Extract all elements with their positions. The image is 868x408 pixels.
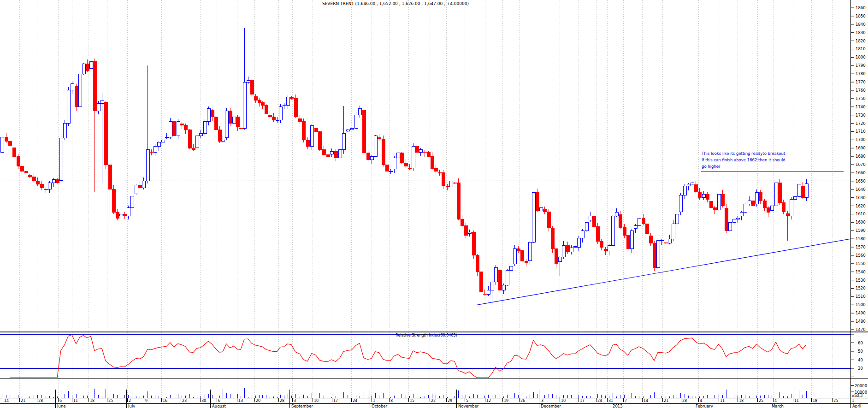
volume-bar [178,394,179,398]
candle-body [272,117,275,120]
candle-body [698,192,701,198]
candle-body [112,189,115,213]
candle-body [547,212,550,228]
month-label: July [128,404,135,408]
candle-body [247,80,250,82]
candle-body [446,186,449,187]
candle-body [611,216,614,245]
candle-body [184,125,187,130]
volume-bars-layer [2,384,807,398]
volume-bar [787,396,788,398]
price-tick-label: 1830 [856,30,866,35]
volume-bar [34,395,35,398]
candle-body [656,241,660,268]
candle-body [793,197,797,199]
candle-body [732,219,736,222]
volume-bar [511,396,512,398]
volume-bar [799,390,800,398]
week-tick-label: 14 [644,399,648,403]
candle-body [366,153,370,160]
price-tick-label: 1750 [856,96,866,101]
price-tick-label: 1560 [856,253,866,258]
volume-bar [650,395,651,398]
week-tick-label: 20 [256,399,260,403]
volume-bar [477,395,478,398]
candle-body [457,183,460,219]
week-tick-label: 25 [108,399,113,403]
candle-body [642,218,645,224]
candle-body [589,216,592,220]
candle-body [427,152,430,156]
candle-body [44,189,47,190]
volume-bar [259,395,260,398]
chart-title: SEVERN TRENT (1,646.00 , 1,652.00 , 1,62… [322,1,469,6]
candle-body [400,153,403,163]
volume-bar [500,394,501,398]
candle-body [127,207,130,216]
volume-bar [166,397,167,398]
candle-body [17,156,20,166]
candle-body [532,193,535,242]
volume-bar [719,394,720,398]
volume-bar [806,391,807,398]
annotation-line-3: go higher [702,164,720,169]
volume-bar [343,392,344,398]
candle-body [130,196,134,207]
rsi-tick-label: 40 [858,358,863,362]
volume-bar [680,393,681,398]
week-tick-label: 2 [129,399,131,403]
volume-bar [121,395,122,398]
week-tick-label: 18 [813,399,817,403]
candle-body [649,236,652,243]
price-tick-label: 1640 [856,187,866,192]
candle-body [165,137,168,138]
volume-bar [677,395,678,398]
candle-body [71,84,74,90]
candle-body [728,222,732,231]
week-tick-label: 16 [163,399,167,403]
candle-body [683,186,686,195]
week-tick-label: 9 [145,399,148,403]
volume-bar [643,396,644,398]
candle-body [555,249,558,264]
chart-surface[interactable]: 1421286111825291623306132028310172418152… [0,0,868,408]
volume-bar [764,395,765,398]
volume-bar [544,395,545,398]
rsi-tick-label: 30 [858,366,863,371]
candle-body [694,185,697,192]
volume-bar [537,394,538,398]
candle-body [254,96,257,100]
volume-bar [252,395,253,398]
price-tick-label: 1740 [856,105,866,109]
week-tick-label: 1 [373,399,375,403]
volume-bar [98,395,99,398]
volume-bar [726,390,727,398]
candle-body [104,102,107,165]
volume-bar [316,395,317,398]
candle-body [214,117,218,130]
candle-body [32,177,35,181]
volume-bar [91,395,92,398]
candle-body [318,131,321,149]
price-tick-label: 1690 [856,146,866,150]
month-label: August [212,404,226,408]
candle-body [389,171,392,171]
candle-body [393,158,396,169]
candle-body [408,168,411,168]
volume-bar [65,394,65,398]
candle-body [782,202,785,212]
candle-body [438,173,441,173]
volume-bar [163,396,164,398]
candle-body [721,194,724,206]
week-tick-label: 28 [280,399,284,403]
price-tick-label: 1810 [856,47,866,51]
volume-bar [136,396,137,398]
volume-bar [208,394,209,398]
week-tick-label: 3 [294,399,296,403]
volume-bar [658,392,659,398]
candle-body [199,133,202,136]
week-tick-label: 18 [90,399,94,403]
candle-body [63,124,66,138]
ascending-trendline [477,239,850,305]
volume-bar [420,397,421,398]
